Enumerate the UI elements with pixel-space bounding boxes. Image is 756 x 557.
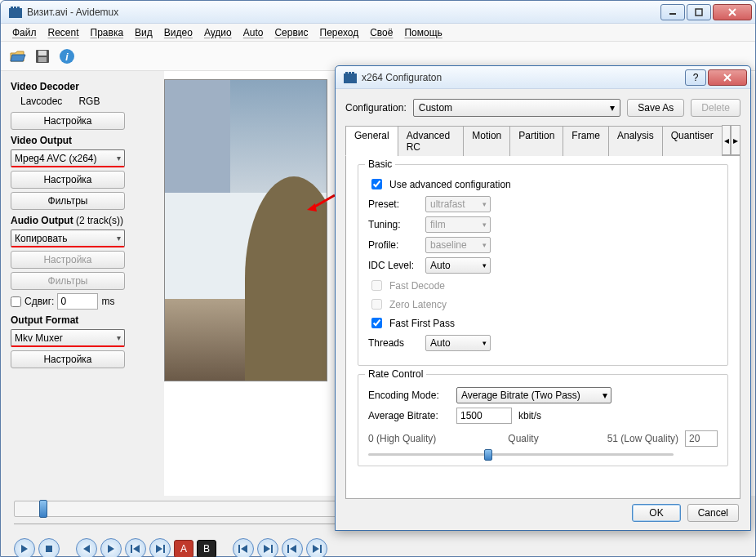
menu-go[interactable]: Переход bbox=[315, 25, 364, 40]
stop-button[interactable] bbox=[38, 538, 60, 557]
svg-marker-28 bbox=[290, 545, 296, 553]
lavcodec-label: Lavcodec bbox=[20, 96, 62, 107]
video-filters-button[interactable]: Фильтры bbox=[11, 192, 125, 210]
next-keyframe-button[interactable] bbox=[149, 538, 171, 557]
bitrate-unit: kbit/s bbox=[518, 410, 541, 421]
use-adv-checkbox[interactable] bbox=[371, 179, 382, 189]
fast-decode-label: Fast Decode bbox=[389, 280, 445, 292]
svg-rect-5 bbox=[696, 9, 702, 16]
arrow-icon bbox=[307, 192, 336, 213]
play-button[interactable] bbox=[14, 538, 35, 557]
threads-combo[interactable]: Auto bbox=[425, 335, 491, 351]
svg-marker-29 bbox=[313, 545, 319, 553]
menu-video[interactable]: Видео bbox=[159, 25, 198, 40]
fast-first-pass-label: Fast First Pass bbox=[389, 318, 455, 329]
menu-edit[interactable]: Правка bbox=[86, 25, 129, 40]
svg-rect-27 bbox=[287, 545, 289, 553]
next-frame-button[interactable] bbox=[100, 538, 122, 557]
svg-rect-0 bbox=[9, 8, 22, 18]
configuration-combo[interactable]: Custom bbox=[413, 99, 621, 117]
menu-auto[interactable]: Auto bbox=[238, 25, 269, 40]
svg-marker-25 bbox=[264, 545, 270, 553]
svg-marker-17 bbox=[83, 545, 90, 553]
minimize-button[interactable] bbox=[660, 4, 685, 20]
info-icon[interactable]: i bbox=[56, 46, 78, 67]
output-format-config-button[interactable]: Настройка bbox=[11, 350, 125, 368]
video-decoder-config-button[interactable]: Настройка bbox=[11, 112, 125, 130]
menu-tools[interactable]: Сервис bbox=[269, 25, 313, 40]
app-icon bbox=[9, 6, 22, 19]
tab-scroll-right[interactable]: ▸ bbox=[731, 125, 740, 155]
dialog-help-button[interactable]: ? bbox=[685, 69, 706, 86]
avg-bitrate-input[interactable]: 1500 bbox=[456, 408, 512, 424]
tuning-combo[interactable]: film bbox=[425, 216, 491, 233]
quality-spin[interactable]: 20 bbox=[685, 430, 718, 447]
delete-button[interactable]: Delete bbox=[691, 99, 740, 117]
prev-keyframe-button[interactable] bbox=[125, 538, 146, 557]
profile-label: Profile: bbox=[368, 239, 419, 251]
audio-filters-button[interactable]: Фильтры bbox=[11, 272, 125, 290]
basic-group: Basic Use advanced configuration Preset:… bbox=[358, 164, 728, 366]
menu-audio[interactable]: Аудио bbox=[199, 25, 237, 40]
tab-advanced-rc[interactable]: Advanced RC bbox=[398, 126, 465, 156]
menu-view[interactable]: Вид bbox=[130, 25, 158, 40]
close-button[interactable] bbox=[713, 4, 752, 20]
zero-latency-checkbox bbox=[371, 299, 382, 310]
dialog-close-button[interactable] bbox=[708, 69, 747, 86]
basic-title: Basic bbox=[365, 158, 395, 170]
tab-analysis[interactable]: Analysis bbox=[608, 126, 663, 156]
muxer-combo[interactable]: Mkv Muxer bbox=[11, 329, 125, 347]
tab-content-general: Basic Use advanced configuration Preset:… bbox=[345, 156, 740, 499]
profile-combo[interactable]: baseline bbox=[425, 237, 491, 253]
svg-rect-33 bbox=[349, 72, 351, 74]
svg-marker-21 bbox=[156, 545, 162, 553]
slider-thumb[interactable] bbox=[484, 449, 492, 461]
video-output-title: Video Output bbox=[11, 135, 154, 146]
shift-input[interactable]: 0 bbox=[57, 293, 98, 310]
video-output-config-button[interactable]: Настройка bbox=[11, 171, 125, 189]
save-icon[interactable] bbox=[32, 46, 53, 67]
configuration-label: Configuration: bbox=[345, 102, 407, 114]
tab-scroll-left[interactable]: ◂ bbox=[722, 125, 732, 155]
audio-codec-combo[interactable]: Копировать bbox=[11, 229, 125, 247]
go-mark-a-button[interactable] bbox=[282, 538, 303, 557]
shift-label: Сдвиг: bbox=[24, 296, 54, 307]
audio-config-button[interactable]: Настройка bbox=[11, 251, 125, 269]
side-panel: Video Decoder Lavcodec RGB Настройка Vid… bbox=[1, 71, 164, 496]
menu-help[interactable]: Помощь bbox=[399, 25, 447, 40]
quality-slider[interactable] bbox=[368, 453, 674, 456]
tab-partition[interactable]: Partition bbox=[509, 126, 563, 156]
scrubber-handle[interactable] bbox=[39, 500, 47, 518]
mark-a-button[interactable]: A bbox=[174, 540, 193, 557]
svg-marker-14 bbox=[307, 203, 317, 212]
go-start-button[interactable] bbox=[233, 538, 254, 557]
tab-frame[interactable]: Frame bbox=[563, 126, 609, 156]
shift-checkbox[interactable] bbox=[11, 296, 21, 307]
preset-combo[interactable]: ultrafast bbox=[425, 196, 491, 212]
svg-rect-30 bbox=[320, 545, 322, 553]
idc-combo[interactable]: Auto bbox=[425, 257, 491, 274]
mark-b-button[interactable]: B bbox=[197, 540, 216, 557]
maximize-button[interactable] bbox=[687, 4, 711, 20]
prev-frame-button[interactable] bbox=[76, 538, 97, 557]
video-preview bbox=[164, 79, 327, 381]
encoding-mode-combo[interactable]: Average Bitrate (Two Pass) bbox=[456, 387, 611, 403]
ok-button[interactable]: OK bbox=[632, 504, 680, 522]
tab-motion[interactable]: Motion bbox=[463, 126, 510, 156]
menu-custom[interactable]: Своё bbox=[365, 25, 398, 40]
menu-file[interactable]: Файл bbox=[7, 25, 42, 40]
open-icon[interactable] bbox=[7, 46, 29, 67]
video-codec-combo[interactable]: Mpeg4 AVC (x264) bbox=[11, 149, 125, 167]
save-as-button[interactable]: Save As bbox=[627, 99, 684, 117]
go-mark-b-button[interactable] bbox=[306, 538, 327, 557]
tab-general[interactable]: General bbox=[345, 126, 398, 156]
go-end-button[interactable] bbox=[257, 538, 278, 557]
dialog-app-icon bbox=[344, 71, 357, 84]
tab-quantiser[interactable]: Quantiser bbox=[662, 126, 723, 156]
main-titlebar: Визит.avi - Avidemux bbox=[1, 1, 755, 24]
svg-rect-31 bbox=[344, 74, 357, 83]
fast-first-pass-checkbox[interactable] bbox=[371, 318, 382, 328]
menu-recent[interactable]: Recent bbox=[43, 25, 84, 40]
cancel-button[interactable]: Cancel bbox=[687, 504, 739, 522]
preset-label: Preset: bbox=[368, 198, 419, 210]
